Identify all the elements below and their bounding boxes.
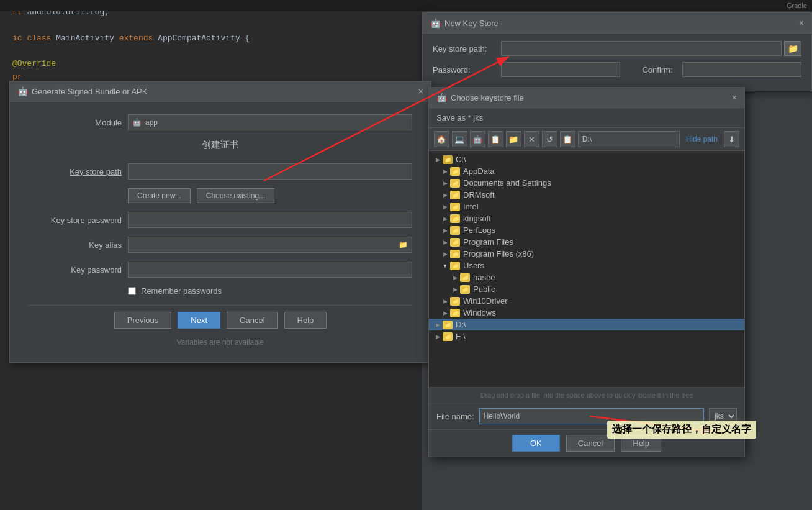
new-keystore-dialog: 🤖 New Key Store × Key store path: 📁 Pass… xyxy=(422,12,812,91)
previous-button[interactable]: Previous xyxy=(114,312,172,329)
gen-dialog-title-left: 🤖 Generate Signed Bundle or APK xyxy=(17,86,147,96)
cn-tooltip: 选择一个保存路径，自定义名字 xyxy=(607,421,756,439)
gen-dialog-close[interactable]: × xyxy=(418,87,423,96)
code-line-3: ic class MainActivity extends AppCompatA… xyxy=(12,32,410,45)
ks-password-input[interactable] xyxy=(501,62,620,77)
arrow-kingsoft: ▶ xyxy=(441,216,449,222)
choose-title-text: Choose keystore file xyxy=(451,93,524,102)
android-icon: 🤖 xyxy=(17,86,28,96)
tree-item-e[interactable]: ▶ 📁 E:\ xyxy=(429,330,744,342)
key-password-label: Key password xyxy=(29,265,128,275)
icon-hasee: 📁 xyxy=(460,273,470,282)
path-input[interactable] xyxy=(578,131,680,147)
code-line-4 xyxy=(12,45,410,58)
top-bar-label: Gradle xyxy=(787,2,807,9)
label-c: C:\ xyxy=(456,155,466,164)
gen-dialog-footer: Previous Next Cancel Help xyxy=(29,305,412,338)
tree-item-win10[interactable]: ▶ 📁 Win10Driver xyxy=(429,295,744,307)
keystore-password-row: Key store password xyxy=(29,212,412,228)
ks-browse-button[interactable]: 📁 xyxy=(784,41,801,56)
icon-docs: 📁 xyxy=(450,179,460,188)
keystore-title-text: New Key Store xyxy=(444,19,498,28)
save-as-row: Save as *.jks xyxy=(429,108,744,128)
toolbar-refresh-btn[interactable]: ↺ xyxy=(542,131,557,147)
keystore-path-label: Key store path xyxy=(29,167,128,176)
remember-label: Remember passwords xyxy=(141,286,222,296)
tree-item-perflogs[interactable]: ▶ 📁 PerfLogs xyxy=(429,224,744,236)
keystore-path-label-text: Key store path xyxy=(70,167,122,176)
arrow-win10: ▶ xyxy=(441,298,449,304)
ks-confirm-input[interactable] xyxy=(682,62,801,77)
create-new-button[interactable]: Create new... xyxy=(128,188,191,203)
arrow-appdata: ▶ xyxy=(441,168,449,175)
icon-win10: 📁 xyxy=(450,297,460,306)
keystore-password-label: Key store password xyxy=(29,216,128,225)
choose-dialog-close[interactable]: × xyxy=(732,93,737,102)
choose-dialog: 🤖 Choose keystore file × Save as *.jks 🏠… xyxy=(428,87,745,457)
tree-item-public[interactable]: ▶ 📁 Public xyxy=(429,283,744,295)
keystore-buttons: Create new... Choose existing... xyxy=(128,188,412,203)
tree-item-users[interactable]: ▼ 📁 Users xyxy=(429,260,744,271)
label-intel: Intel xyxy=(463,202,479,211)
tree-item-progfiles86[interactable]: ▶ 📁 Program Files (x86) xyxy=(429,248,744,260)
choose-existing-button[interactable]: Choose existing... xyxy=(197,188,274,203)
icon-public: 📁 xyxy=(460,285,470,294)
tree-item-hasee[interactable]: ▶ 📁 hasee xyxy=(429,271,744,283)
hide-path-btn[interactable]: Hide path xyxy=(682,135,721,143)
choose-title-left: 🤖 Choose keystore file xyxy=(436,93,524,102)
tree-item-docs[interactable]: ▶ 📁 Documents and Settings xyxy=(429,177,744,189)
gen-dialog-title-text: Generate Signed Bundle or APK xyxy=(32,87,147,96)
icon-windows: 📁 xyxy=(450,309,460,317)
ok-button[interactable]: OK xyxy=(512,435,560,452)
tree-item-windows[interactable]: ▶ 📁 Windows xyxy=(429,307,744,319)
ks-password-row: Password: Confirm: xyxy=(433,62,801,77)
drag-drop-hint: Drag and drop a file into the space abov… xyxy=(429,387,744,403)
file-tree: ▶ 📁 C:\ ▶ 📁 AppData ▶ 📁 Documents and Se… xyxy=(429,151,744,387)
label-kingsoft: kingsoft xyxy=(463,214,491,223)
label-docs: Documents and Settings xyxy=(463,178,551,188)
toolbar-home-btn[interactable]: 🏠 xyxy=(434,131,449,147)
icon-intel: 📁 xyxy=(450,203,460,211)
variables-note: Variables are not available xyxy=(29,338,412,353)
tree-item-d[interactable]: ▶ 📁 D:\ xyxy=(429,319,744,330)
tree-item-progfiles[interactable]: ▶ 📁 Program Files xyxy=(429,236,744,248)
next-button[interactable]: Next xyxy=(178,312,220,329)
toolbar-row: 🏠 💻 🤖 📋 📁 ✕ ↺ 📋 Hide path ⬇ xyxy=(429,128,744,151)
top-bar: Gradle xyxy=(0,0,812,11)
keystore-dialog-close[interactable]: × xyxy=(799,19,804,27)
keystore-dialog-titlebar: 🤖 New Key Store × xyxy=(423,13,811,34)
arrow-users: ▼ xyxy=(441,263,449,269)
key-alias-row: Key alias 📁 xyxy=(29,237,412,253)
help-button[interactable]: Help xyxy=(284,312,327,329)
icon-progfiles86: 📁 xyxy=(450,250,460,258)
tree-item-kingsoft[interactable]: ▶ 📁 kingsoft xyxy=(429,212,744,224)
keystore-dialog-body: Key store path: 📁 Password: Confirm: xyxy=(423,34,811,91)
keystore-password-input[interactable] xyxy=(128,212,412,228)
tree-item-c[interactable]: ▶ 📁 C:\ xyxy=(429,153,744,165)
icon-perflogs: 📁 xyxy=(450,226,460,235)
toolbar-android-btn[interactable]: 🤖 xyxy=(470,131,485,147)
toolbar-clipboard-btn[interactable]: 📋 xyxy=(488,131,503,147)
toolbar-delete-btn[interactable]: ✕ xyxy=(524,131,539,147)
tree-item-drmsoft[interactable]: ▶ 📁 DRMsoft xyxy=(429,189,744,201)
key-password-input[interactable] xyxy=(128,262,412,278)
toolbar-newfolder-btn[interactable]: 📁 xyxy=(506,131,521,147)
key-alias-folder-icon[interactable]: 📁 xyxy=(399,240,408,249)
ks-password-label: Password: xyxy=(433,65,501,75)
remember-checkbox[interactable] xyxy=(128,287,136,295)
arrow-windows: ▶ xyxy=(441,310,449,316)
ks-path-label: Key store path: xyxy=(433,44,501,53)
tree-item-intel[interactable]: ▶ 📁 Intel xyxy=(429,201,744,212)
ks-path-input[interactable] xyxy=(501,41,782,56)
icon-drmsoft: 📁 xyxy=(450,191,460,199)
keystore-path-input[interactable] xyxy=(128,163,412,180)
gen-dialog: 🤖 Generate Signed Bundle or APK × Module… xyxy=(9,81,431,363)
cancel-button[interactable]: Cancel xyxy=(227,312,277,329)
toolbar-computer-btn[interactable]: 💻 xyxy=(452,131,467,147)
tree-item-appdata[interactable]: ▶ 📁 AppData xyxy=(429,165,744,177)
choose-android-icon: 🤖 xyxy=(436,93,447,102)
download-btn[interactable]: ⬇ xyxy=(724,131,739,147)
toolbar-copy-btn[interactable]: 📋 xyxy=(560,131,575,147)
arrow-e: ▶ xyxy=(434,334,441,340)
icon-c: 📁 xyxy=(443,155,453,164)
